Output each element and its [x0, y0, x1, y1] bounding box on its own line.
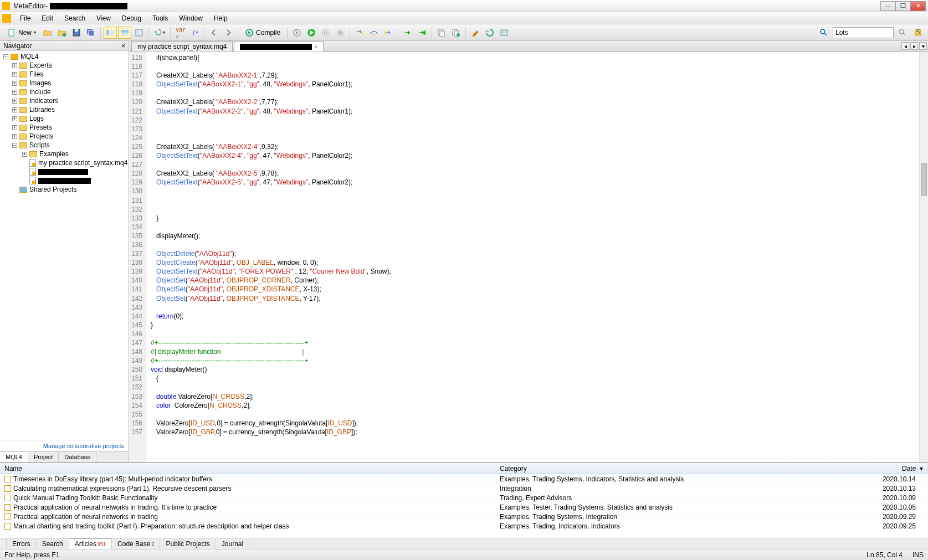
tab-close-icon[interactable]: × [314, 44, 317, 50]
navigator-footer-link[interactable]: Manage collaborative projects [0, 440, 129, 451]
article-row[interactable]: Manual charting and trading toolkit (Par… [0, 521, 928, 531]
article-row[interactable]: Timeseries in DoEasy library (part 45): … [0, 474, 928, 484]
debug-pause-button[interactable] [319, 27, 332, 39]
save-button[interactable] [70, 27, 83, 39]
tree-folder-experts[interactable]: +Experts [0, 61, 129, 70]
search-go-button[interactable] [896, 27, 909, 39]
expander-icon[interactable]: + [12, 99, 17, 104]
highlight-button[interactable] [469, 27, 482, 39]
compile-button[interactable]: Compile [241, 27, 284, 39]
toolbox-tab-code-base[interactable]: Code Base2 [112, 539, 160, 549]
var-button[interactable]: var↗ [173, 27, 188, 39]
step-into-button[interactable] [353, 27, 366, 39]
tree-redacted-file[interactable] [0, 167, 129, 176]
menu-help[interactable]: Help [208, 13, 233, 24]
tree-folder-scripts[interactable]: −Scripts [0, 141, 129, 150]
copy2-button[interactable] [449, 27, 463, 39]
tab-next-button[interactable]: ▸ [910, 42, 918, 50]
open-folder-button[interactable] [55, 27, 69, 39]
tree-folder-logs[interactable]: +Logs [0, 114, 129, 123]
toolbox-tab-public-projects[interactable]: Public Projects [160, 539, 216, 549]
editor-tab[interactable]: my practice script_syntax.mq4 [131, 41, 233, 52]
nav-tab-project[interactable]: Project [28, 452, 59, 462]
toolbox-tab-journal[interactable]: Journal [216, 539, 249, 549]
new-button[interactable]: New▾ [3, 27, 40, 39]
app-menu-icon[interactable] [2, 14, 11, 23]
toolbox-tab-search[interactable]: Search [37, 539, 69, 549]
debug-stop-button[interactable] [334, 27, 347, 39]
debug-run-button[interactable] [305, 27, 318, 39]
expander-icon[interactable]: + [12, 125, 17, 130]
col-category[interactable]: Category [495, 463, 730, 474]
menu-file[interactable]: File [14, 13, 36, 24]
expander-icon[interactable]: − [12, 143, 17, 148]
tab-prev-button[interactable]: ◂ [901, 42, 909, 50]
maximize-button[interactable]: ❐ [895, 1, 911, 11]
expander-icon[interactable]: + [12, 107, 17, 112]
expander-icon[interactable]: + [12, 81, 17, 86]
scroll-thumb[interactable] [921, 163, 927, 196]
search-icon[interactable] [817, 27, 830, 39]
navigator-close-icon[interactable]: × [121, 42, 125, 50]
expander-icon[interactable]: + [12, 63, 17, 68]
toolbox-tab-articles[interactable]: Articles951 [69, 538, 112, 549]
col-date[interactable]: Date ▾ [730, 463, 928, 474]
tree-folder-libraries[interactable]: +Libraries [0, 105, 129, 114]
tree-examples[interactable]: +Examples [0, 150, 129, 158]
menu-edit[interactable]: Edit [36, 13, 59, 24]
tree-folder-images[interactable]: +Images [0, 79, 129, 88]
search-menu-button[interactable]: 5 [911, 27, 925, 39]
article-row[interactable]: Calculating mathematical expressions (Pa… [0, 484, 928, 493]
menu-search[interactable]: Search [59, 13, 91, 24]
debug-restart-button[interactable] [290, 27, 304, 39]
func-button[interactable]: ƒ▾ [189, 27, 201, 39]
tree-folder-projects[interactable]: +Projects [0, 132, 129, 141]
tree-root[interactable]: −MQL4 [0, 52, 129, 61]
search-input[interactable] [833, 27, 894, 38]
nav-back-button[interactable] [207, 27, 221, 39]
step-out-button[interactable] [382, 27, 395, 39]
arrow-right2-button[interactable] [416, 27, 429, 39]
menu-view[interactable]: View [91, 13, 116, 24]
nav-tab-mql4[interactable]: MQL4 [0, 452, 28, 462]
layout1-button[interactable] [104, 27, 117, 39]
tree-folder-presets[interactable]: +Presets [0, 123, 129, 132]
menu-tools[interactable]: Tools [147, 13, 173, 24]
expander-icon[interactable]: + [22, 152, 27, 157]
tree-redacted-file[interactable] [0, 176, 129, 185]
nav-tab-database[interactable]: Database [59, 452, 96, 462]
copy1-button[interactable] [435, 27, 448, 39]
close-button[interactable]: ✕ [910, 1, 926, 11]
code-editor[interactable]: 1151161171181191201211221231241251261271… [129, 52, 928, 462]
col-name[interactable]: Name [0, 463, 495, 474]
expander-icon[interactable]: + [12, 72, 17, 77]
tree-folder-files[interactable]: +Files [0, 70, 129, 79]
article-row[interactable]: Practical application of neural networks… [0, 512, 928, 521]
article-row[interactable]: Practical application of neural networks… [0, 502, 928, 512]
save-all-button[interactable] [84, 27, 98, 39]
vertical-scrollbar[interactable] [919, 52, 928, 462]
tab-list-button[interactable]: ▾ [919, 42, 927, 50]
editor-tab-active[interactable]: × [234, 41, 324, 52]
menu-debug[interactable]: Debug [116, 13, 147, 24]
tree-script-file[interactable]: my practice script_syntax.mq4 [0, 158, 129, 167]
undo-button[interactable]: ▾ [152, 27, 167, 39]
expander-icon[interactable]: + [12, 90, 17, 95]
toolbox-rows[interactable]: Timeseries in DoEasy library (part 45): … [0, 474, 928, 538]
minimize-button[interactable]: — [880, 1, 896, 11]
expander-icon[interactable]: − [3, 54, 8, 59]
expander-icon[interactable]: + [12, 134, 17, 139]
layout3-button[interactable] [132, 27, 146, 39]
article-row[interactable]: Quick Manual Trading Toolkit: Basic Func… [0, 493, 928, 502]
image-button[interactable] [498, 27, 511, 39]
menu-window[interactable]: Window [173, 13, 208, 24]
open-button[interactable] [41, 27, 54, 39]
step-over-button[interactable] [367, 27, 381, 39]
nav-forward-button[interactable] [222, 27, 235, 39]
tree-shared-projects[interactable]: Shared Projects [0, 185, 129, 194]
refresh-button[interactable] [483, 27, 496, 39]
layout2-button[interactable] [118, 27, 131, 39]
navigator-tree[interactable]: −MQL4 +Experts+Files+Images+Include+Indi… [0, 51, 129, 440]
code-body[interactable]: if(show.panel){ CreateXX2_Labels( "AABox… [146, 52, 391, 462]
arrow-right-button[interactable] [401, 27, 414, 39]
